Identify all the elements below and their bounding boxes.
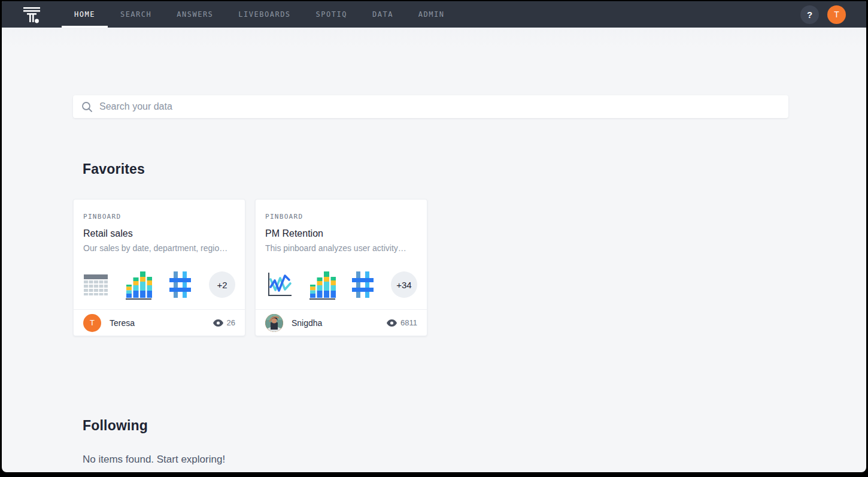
owner-avatar-photo (265, 314, 283, 332)
user-avatar[interactable]: T (827, 5, 846, 24)
eye-icon (387, 319, 397, 327)
top-navigation-bar: HOME SEARCH ANSWERS LIVEBOARDS SPOTIQ DA… (2, 1, 866, 28)
pinboard-card-pm-retention[interactable]: PINBOARD PM Retention This pinboard anal… (255, 199, 427, 336)
nav-tab-admin[interactable]: ADMIN (406, 1, 457, 28)
thoughtspot-logo-icon (22, 5, 41, 24)
thoughtspot-logo[interactable] (2, 1, 62, 28)
main-content: Favorites PINBOARD Retail sales Our sale… (2, 95, 866, 466)
nav-tab-search[interactable]: SEARCH (108, 1, 164, 28)
eye-icon (213, 319, 223, 327)
card-footer: Snigdha 6811 (256, 309, 427, 336)
card-type-label: PINBOARD (83, 213, 235, 221)
view-count-value: 6811 (400, 318, 417, 327)
help-button[interactable]: ? (800, 5, 819, 24)
stacked-bar-chart-icon (125, 270, 152, 300)
more-charts-badge[interactable]: +2 (209, 271, 235, 298)
card-type-label: PINBOARD (265, 213, 417, 221)
search-bar[interactable] (73, 95, 788, 118)
card-description: This pinboard analyzes user activity… (265, 243, 417, 253)
owner-name: Snigdha (292, 318, 322, 328)
nav-tab-spotiq[interactable]: SPOTIQ (304, 1, 360, 28)
pinboard-card-retail-sales[interactable]: PINBOARD Retail sales Our sales by date,… (73, 199, 245, 336)
view-count-value: 26 (227, 318, 235, 327)
card-description: Our sales by date, department, regio… (83, 243, 235, 253)
hashtag-icon (169, 270, 193, 299)
view-count: 26 (213, 318, 235, 327)
card-viz-icons: +2 (83, 269, 235, 300)
card-viz-icons: +34 (265, 269, 417, 300)
nav-tab-data[interactable]: DATA (360, 1, 406, 28)
card-body: PINBOARD PM Retention This pinboard anal… (256, 200, 427, 309)
view-count: 6811 (387, 318, 417, 327)
owner-avatar: T (83, 314, 101, 332)
hashtag-icon (351, 270, 375, 299)
following-section-title: Following (83, 418, 788, 434)
nav-tab-home[interactable]: HOME (62, 1, 108, 28)
favorites-section-title: Favorites (83, 161, 788, 177)
card-title: PM Retention (265, 228, 417, 239)
card-title: Retail sales (83, 228, 235, 239)
nav-tab-liveboards[interactable]: LIVEBOARDS (226, 1, 303, 28)
favorites-cards-row: PINBOARD Retail sales Our sales by date,… (73, 199, 788, 336)
following-empty-message: No items found. Start exploring! (83, 454, 788, 466)
card-footer: T Teresa 26 (74, 309, 245, 336)
nav-right-controls: ? T (800, 1, 866, 28)
owner-name: Teresa (110, 318, 135, 328)
app-root: HOME SEARCH ANSWERS LIVEBOARDS SPOTIQ DA… (2, 1, 866, 472)
window-frame: HOME SEARCH ANSWERS LIVEBOARDS SPOTIQ DA… (0, 0, 868, 477)
nav-tab-answers[interactable]: ANSWERS (164, 1, 226, 28)
nav-tabs: HOME SEARCH ANSWERS LIVEBOARDS SPOTIQ DA… (62, 1, 457, 28)
stacked-bar-chart-icon (308, 270, 336, 300)
more-charts-badge[interactable]: +34 (391, 271, 417, 298)
search-input[interactable] (99, 101, 780, 112)
search-icon (81, 101, 93, 113)
table-icon (83, 273, 108, 296)
card-body: PINBOARD Retail sales Our sales by date,… (74, 200, 245, 309)
line-chart-icon (265, 271, 293, 298)
